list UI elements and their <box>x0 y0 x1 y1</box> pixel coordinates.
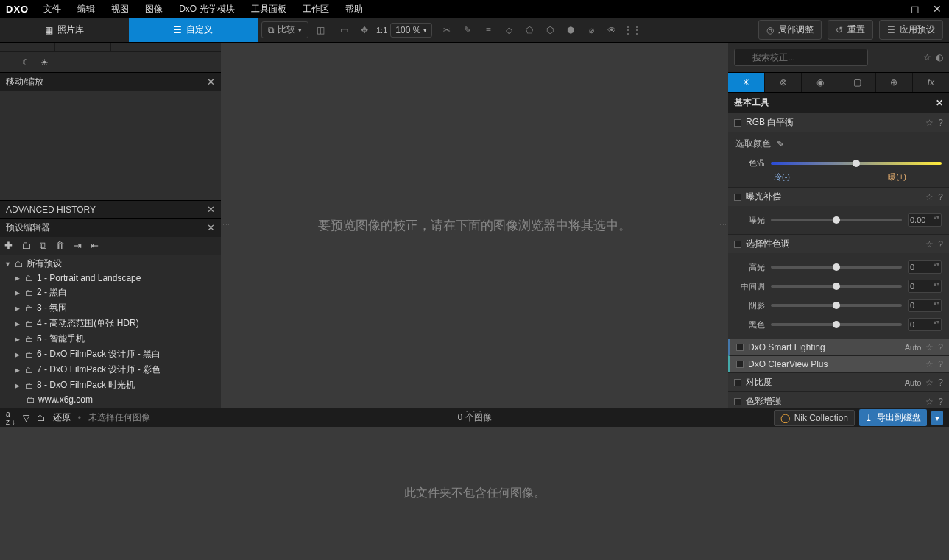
tree-item[interactable]: ▶🗀6 - DxO FilmPack 设计师 - 黑白 <box>0 347 221 362</box>
blacks-slider[interactable] <box>771 323 902 326</box>
tab-geometry[interactable]: ▢ <box>839 73 876 92</box>
eyedropper-icon[interactable]: ✎ <box>777 139 784 149</box>
compare-button[interactable]: ⧉ 比较 ▾ <box>261 21 308 38</box>
exposure-value[interactable]: 0.00▴▾ <box>908 213 942 227</box>
maximize-button[interactable]: ◻ <box>909 3 921 15</box>
help-icon[interactable]: ? <box>938 359 943 369</box>
star-icon[interactable]: ☆ <box>923 52 931 63</box>
zoom-selector[interactable]: 100 % ▾ <box>390 23 432 38</box>
star-icon[interactable]: ☆ <box>925 378 934 388</box>
star-icon[interactable]: ☆ <box>925 342 934 352</box>
splitter-left[interactable]: ⋮ <box>221 43 231 408</box>
star-icon[interactable]: ☆ <box>925 192 934 202</box>
star-icon[interactable]: ☆ <box>925 359 934 369</box>
reshape-icon[interactable]: ⬠ <box>521 25 538 35</box>
star-icon[interactable]: ☆ <box>925 397 934 407</box>
duplicate-icon[interactable]: ⧉ <box>40 240 46 252</box>
midtones-value[interactable]: 0▴▾ <box>908 280 942 293</box>
fit-icon[interactable]: ▭ <box>335 25 353 35</box>
tree-item[interactable]: ▶🗀2 - 黑白 <box>0 285 221 300</box>
mask-icon[interactable]: ⬡ <box>541 25 559 35</box>
tree-root[interactable]: ▼ 🗀 所有预设 <box>0 256 221 272</box>
close-button[interactable]: ✕ <box>931 3 943 15</box>
tool-rgb-balance[interactable]: RGB 白平衡 ☆ ? <box>728 113 949 132</box>
panel-move-zoom-header[interactable]: 移动/缩放 ✕ <box>0 72 221 91</box>
help-icon[interactable]: ? <box>938 397 943 407</box>
split-view-icon[interactable]: ◫ <box>311 25 329 35</box>
minimize-button[interactable]: — <box>887 3 899 15</box>
close-icon[interactable]: ✕ <box>207 77 215 88</box>
checkbox[interactable] <box>736 361 744 368</box>
tree-item[interactable]: ▶🗀3 - 氛围 <box>0 300 221 316</box>
pan-icon[interactable]: ✥ <box>356 25 373 35</box>
menu-file[interactable]: 文件 <box>36 0 68 18</box>
nik-collection-button[interactable]: ◯ Nik Collection <box>774 410 855 426</box>
search-input[interactable] <box>734 49 868 66</box>
redeye-icon[interactable]: ⌀ <box>582 25 600 35</box>
help-icon[interactable]: ? <box>938 378 943 388</box>
menu-optics[interactable]: DxO 光学模块 <box>172 0 241 18</box>
sun-icon[interactable]: ☀ <box>40 57 49 68</box>
new-folder-icon[interactable]: 🗀 <box>21 240 31 252</box>
tree-item[interactable]: ▶🗀8 - DxO FilmPack 时光机 <box>0 378 221 393</box>
help-icon[interactable]: ? <box>938 118 943 128</box>
toggle-icon[interactable]: ◐ <box>936 52 943 63</box>
moon-icon[interactable]: ☾ <box>22 57 30 68</box>
crop-icon[interactable]: ✂ <box>438 25 456 35</box>
local-adjust-button[interactable]: ◎ 局部调整 <box>758 20 822 40</box>
restore-label[interactable]: 还原 <box>53 411 71 424</box>
checkbox[interactable] <box>734 119 741 127</box>
perspective-icon[interactable]: ◇ <box>500 25 518 35</box>
horizon-icon[interactable]: ≡ <box>479 25 497 35</box>
checkbox[interactable] <box>734 398 741 405</box>
sort-icon[interactable]: az ↓ <box>6 410 15 426</box>
filter-icon[interactable]: ▽ <box>23 413 29 423</box>
tree-item[interactable]: ▶🗀4 - 高动态范围(单张 HDR) <box>0 316 221 331</box>
export-to-disk-button[interactable]: ⤓ 导出到磁盘 <box>859 409 927 426</box>
tab-light[interactable]: ☀ <box>728 73 765 92</box>
midtones-slider[interactable] <box>771 285 902 288</box>
help-icon[interactable]: ? <box>938 342 943 352</box>
export-dropdown[interactable]: ▾ <box>931 411 943 425</box>
tab-color[interactable]: ⊗ <box>765 73 802 92</box>
section-basic-tools[interactable]: 基本工具 ✕ <box>728 93 949 113</box>
tree-item[interactable]: ▶🗀5 - 智能手机 <box>0 331 221 347</box>
panel-adv-history-header[interactable]: ADVANCED HISTORY ✕ <box>0 200 221 218</box>
one-to-one-button[interactable]: 1:1 <box>376 26 387 35</box>
tool-smart-lighting[interactable]: DxO Smart Lighting Auto ☆ ? <box>728 339 949 355</box>
export-icon[interactable]: ⇤ <box>91 240 99 252</box>
highlights-value[interactable]: 0▴▾ <box>908 260 942 274</box>
preview-icon[interactable]: 👁 <box>603 25 621 35</box>
grid-overlay-icon[interactable]: ⋮⋮ <box>624 25 641 35</box>
eyedropper-icon[interactable]: ✎ <box>459 25 476 35</box>
menu-tools[interactable]: 工具面板 <box>244 0 294 18</box>
tree-item[interactable]: ▶🗀7 - DxO FilmPack 设计师 - 彩色 <box>0 362 221 378</box>
menu-edit[interactable]: 编辑 <box>70 0 102 18</box>
panel-preset-editor-header[interactable]: 预设编辑器 ✕ <box>0 218 221 237</box>
tab-effects[interactable]: fx <box>913 73 949 92</box>
menu-image[interactable]: 图像 <box>138 0 170 18</box>
checkbox[interactable] <box>734 379 741 386</box>
star-icon[interactable]: ☆ <box>925 239 934 249</box>
close-icon[interactable]: ✕ <box>207 222 215 233</box>
close-icon[interactable]: ✕ <box>207 204 215 215</box>
checkbox[interactable] <box>734 194 741 201</box>
new-preset-icon[interactable]: ✚ <box>4 240 13 252</box>
tab-detail[interactable]: ◉ <box>802 73 839 92</box>
import-icon[interactable]: ⇥ <box>74 240 82 252</box>
help-icon[interactable]: ? <box>938 239 943 249</box>
checkbox[interactable] <box>734 241 741 248</box>
star-icon[interactable]: ☆ <box>925 118 934 128</box>
exposure-slider[interactable] <box>771 219 902 221</box>
reset-button[interactable]: ↺ 重置 <box>828 20 873 40</box>
shadows-slider[interactable] <box>771 304 902 307</box>
repair-icon[interactable]: ⬢ <box>562 25 579 35</box>
menu-help[interactable]: 帮助 <box>338 0 370 18</box>
tool-clearview-plus[interactable]: DxO ClearView Plus ☆ ? <box>728 355 949 372</box>
shadows-value[interactable]: 0▴▾ <box>908 299 942 312</box>
tool-selective-tone[interactable]: 选择性色调 ☆ ? <box>728 234 949 253</box>
menu-view[interactable]: 视图 <box>104 0 136 18</box>
tab-local[interactable]: ⊕ <box>876 73 913 92</box>
tool-exposure-comp[interactable]: 曝光补偿 ☆ ? <box>728 187 949 206</box>
blacks-value[interactable]: 0▴▾ <box>908 318 942 331</box>
